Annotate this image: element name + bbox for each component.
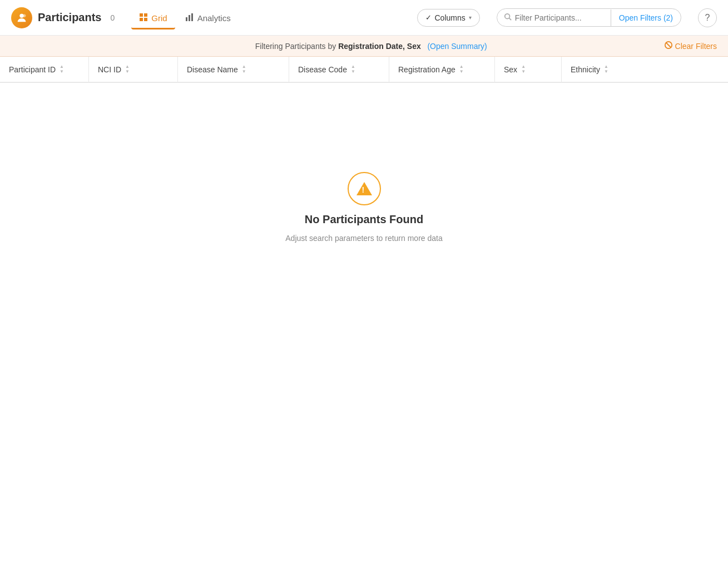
svg-line-10 [509, 18, 511, 21]
filter-terms: Registration Date, Sex [338, 42, 421, 51]
columns-button-label: Columns [435, 13, 465, 22]
empty-state-title: No Participants Found [305, 213, 423, 226]
participants-count: 0 [110, 13, 115, 22]
sort-arrows-disease-name: ▲ ▼ [242, 65, 246, 74]
chevron-down-icon: ▾ [469, 14, 472, 21]
svg-rect-8 [191, 13, 193, 21]
warning-circle-icon [348, 172, 381, 205]
page-title: Participants [38, 11, 101, 24]
tab-grid-label: Grid [151, 13, 167, 23]
svg-rect-6 [186, 17, 187, 21]
grid-icon [139, 13, 148, 23]
svg-rect-5 [144, 18, 147, 21]
sort-arrows-disease-code: ▲ ▼ [351, 65, 355, 74]
sort-arrows-sex: ▲ ▼ [521, 65, 526, 74]
svg-rect-7 [189, 15, 190, 21]
filter-icon [504, 13, 512, 22]
tab-grid[interactable]: Grid [131, 8, 175, 29]
app-logo-icon [11, 7, 32, 28]
col-header-disease-name[interactable]: Disease Name ▲ ▼ [178, 57, 289, 82]
sort-arrows-ethnicity: ▲ ▼ [604, 65, 608, 74]
clear-filters-button[interactable]: Clear Filters [665, 41, 717, 51]
filter-bar: Open Filters (2) [497, 8, 681, 27]
help-button[interactable]: ? [698, 8, 717, 27]
filter-input[interactable] [515, 13, 604, 22]
columns-button[interactable]: ✓ Columns ▾ [417, 9, 480, 27]
col-header-disease-code[interactable]: Disease Code ▲ ▼ [289, 57, 389, 82]
check-icon: ✓ [425, 13, 432, 22]
svg-point-1 [23, 14, 26, 17]
svg-point-9 [505, 14, 510, 19]
filter-input-wrap [497, 9, 611, 26]
open-summary-link[interactable]: (Open Summary) [427, 42, 487, 51]
col-header-registration-age[interactable]: Registration Age ▲ ▼ [389, 57, 495, 82]
help-icon: ? [705, 13, 710, 23]
app-header: Participants 0 Grid Analytics ✓ [0, 0, 728, 36]
brand: Participants 0 [11, 7, 115, 28]
filter-banner: Filtering Participants by Registration D… [0, 36, 728, 57]
tab-analytics-label: Analytics [197, 13, 231, 23]
col-header-participant-id[interactable]: Participant ID ▲ ▼ [0, 57, 89, 82]
ban-icon [665, 41, 672, 51]
table-header: Participant ID ▲ ▼ NCI ID ▲ ▼ Disease Na… [0, 57, 728, 83]
nav-tabs: Grid Analytics [131, 7, 238, 28]
svg-rect-3 [144, 13, 147, 17]
analytics-icon [185, 13, 194, 23]
clear-filters-label: Clear Filters [675, 42, 717, 51]
tab-analytics[interactable]: Analytics [177, 8, 239, 29]
filter-prefix: Filtering Participants by [255, 42, 338, 51]
col-header-ethnicity[interactable]: Ethnicity ▲ ▼ [562, 57, 728, 82]
col-header-nci-id[interactable]: NCI ID ▲ ▼ [89, 57, 178, 82]
sort-arrows-participant-id: ▲ ▼ [60, 65, 64, 74]
sort-arrows-registration-age: ▲ ▼ [459, 65, 464, 74]
filter-banner-text: Filtering Participants by Registration D… [78, 42, 665, 51]
col-header-sex[interactable]: Sex ▲ ▼ [495, 57, 562, 82]
svg-rect-4 [140, 18, 143, 21]
sort-arrows-nci-id: ▲ ▼ [125, 65, 130, 74]
warning-triangle-icon [356, 182, 372, 195]
empty-state-subtitle: Adjust search parameters to return more … [285, 234, 442, 243]
open-filters-button[interactable]: Open Filters (2) [611, 9, 681, 26]
svg-rect-2 [140, 13, 143, 17]
empty-state: No Participants Found Adjust search para… [0, 83, 728, 332]
svg-line-12 [666, 43, 671, 48]
